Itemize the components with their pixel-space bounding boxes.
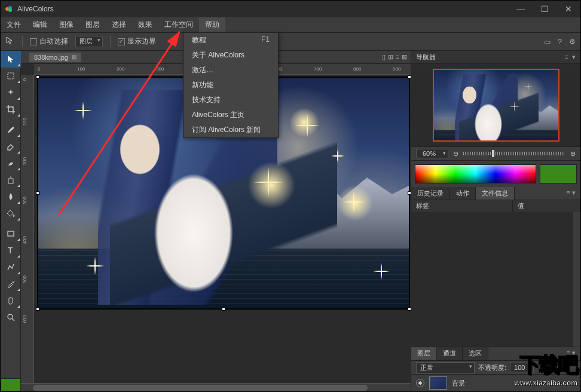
tab-fileinfo[interactable]: 文件信息 [476,187,515,200]
svg-point-2 [8,8,12,12]
ruler-vertical: 0 100 200 300 400 500 600 [21,75,34,391]
toolbox: T [1,51,21,391]
layer-panel-menu-icon[interactable]: ≡ ▾ [562,347,580,360]
menu-effect[interactable]: 效果 [132,17,158,32]
help-homepage[interactable]: AliveColors 主页 [184,108,278,122]
title-bar: AliveColors ― ☐ ✕ [1,1,580,17]
col-label: 标签 [411,200,513,212]
scope-dropdown[interactable]: 图层 [75,36,103,47]
layer-thumbnail [429,376,447,390]
move-cursor-icon [5,36,15,47]
help-whatsnew[interactable]: 新功能 [184,78,278,93]
menu-edit[interactable]: 编辑 [27,17,53,32]
foreground-color[interactable] [1,378,21,391]
fileinfo-scrollbar[interactable] [573,212,580,347]
info-panel-menu-icon[interactable]: ≡ ▾ [562,187,580,200]
tool-crop[interactable] [1,101,21,118]
zoom-out-button[interactable]: ⊖ [453,150,458,158]
navigator-title: 导航器 [416,53,436,62]
opacity-label: 不透明度: [478,363,506,372]
scrollbar-horizontal[interactable] [21,383,411,391]
app-logo-icon [4,4,14,14]
tab-history[interactable]: 历史记录 [411,187,450,200]
svg-text:T: T [8,246,13,255]
close-button[interactable]: ✕ [556,1,580,17]
tool-shape[interactable] [1,225,21,242]
tab-channels[interactable]: 通道 [437,347,463,360]
help-tutorial[interactable]: 教程F1 [184,33,278,48]
maximize-button[interactable]: ☐ [533,1,556,17]
panel-menu-icon[interactable]: ≡ [565,53,568,61]
menu-layer[interactable]: 图层 [79,17,106,32]
tool-clone[interactable] [1,172,21,188]
tab-view-3-icon[interactable]: ≡ [396,53,399,61]
help-dropdown: 教程F1 关于 AliveColors 激活… 新功能 技术支持 AliveCo… [183,32,279,138]
tab-view-4-icon[interactable]: ⊠ [402,53,407,61]
help-activate[interactable]: 激活… [184,63,278,78]
menu-select[interactable]: 选择 [106,17,132,32]
svg-line-8 [12,318,14,321]
tool-eyedropper[interactable] [1,275,21,292]
navigator-thumbnail[interactable] [411,64,580,146]
minimize-button[interactable]: ― [509,1,533,17]
blend-mode-dropdown[interactable]: 正常 [416,362,475,373]
tool-hand[interactable] [1,292,21,309]
help-support[interactable]: 技术支持 [184,93,278,108]
tool-blur[interactable] [1,188,21,205]
layer-options: 正常 不透明度: 100 [411,360,580,375]
tab-actions[interactable]: 动作 [450,187,476,200]
svg-rect-5 [8,231,14,236]
color-swatch[interactable] [540,164,577,183]
layer-row[interactable]: 背景 [411,375,580,391]
help-subscribe[interactable]: 订阅 AliveColors 新闻 [184,122,278,137]
zoom-in-button[interactable]: ⊕ [570,150,576,158]
tool-zoom[interactable] [1,309,21,326]
feedback-icon[interactable]: ▭ [544,38,551,46]
color-spectrum[interactable] [415,164,536,183]
tool-marquee[interactable] [1,68,21,84]
document-filename: 838kmo.jpg [34,54,68,61]
tab-selection[interactable]: 选区 [463,347,488,360]
menu-file[interactable]: 文件 [1,17,27,32]
show-bounds-checkbox[interactable]: ✓显示边界 [118,36,156,47]
options-bar: 自动选择 图层 ✓显示边界 ▭ ? ⚙ [1,33,580,51]
panel-collapse-icon[interactable]: ▾ [572,53,576,61]
tool-text[interactable]: T [1,242,21,259]
col-value: 值 [513,200,580,212]
zoom-controls: 60% ⊖ ⊕ [411,146,580,161]
tool-pen[interactable] [1,259,21,275]
color-panel [411,161,580,187]
menu-bar: 文件 编辑 图像 图层 选择 效果 工作空间 帮助 [1,17,580,33]
svg-point-7 [8,314,13,319]
help-icon[interactable]: ? [558,38,562,46]
menu-help[interactable]: 帮助 [199,17,225,32]
info-tabs: 历史记录 动作 文件信息 ≡ ▾ [411,187,580,200]
navigator-header: 导航器 ≡▾ [411,51,580,64]
app-title: AliveColors [17,5,54,13]
document-tab[interactable]: 838kmo.jpg ⊠ [29,53,81,62]
tool-bucket[interactable] [1,205,21,222]
tool-move[interactable] [1,51,21,68]
layer-tabs: 图层 通道 选区 ≡ ▾ [411,347,580,360]
tool-brush[interactable] [1,121,21,138]
tool-smudge[interactable] [1,155,21,172]
zoom-value[interactable]: 60% [416,149,448,158]
tab-layers[interactable]: 图层 [411,347,437,360]
help-about[interactable]: 关于 AliveColors [184,48,278,63]
tool-magic-wand[interactable] [1,84,21,101]
settings-icon[interactable]: ⚙ [569,38,576,46]
tool-eraser[interactable] [1,138,21,155]
auto-select-checkbox[interactable]: 自动选择 [30,36,68,47]
tab-view-1-icon[interactable]: ▯ [382,53,386,61]
menu-image[interactable]: 图像 [53,17,79,32]
menu-workspace[interactable]: 工作空间 [158,17,199,32]
svg-rect-4 [8,179,13,183]
right-panels: 导航器 ≡▾ 60% ⊖ ⊕ 历史记录 [411,51,580,391]
zoom-slider[interactable] [463,152,565,155]
tab-view-2-icon[interactable]: ⊞ [388,53,393,61]
svg-rect-3 [8,73,14,79]
close-tab-icon[interactable]: ⊠ [72,54,77,60]
opacity-value[interactable]: 100 [510,363,534,372]
layer-visibility-icon[interactable] [416,379,424,387]
fileinfo-header: 标签 值 [411,200,580,212]
